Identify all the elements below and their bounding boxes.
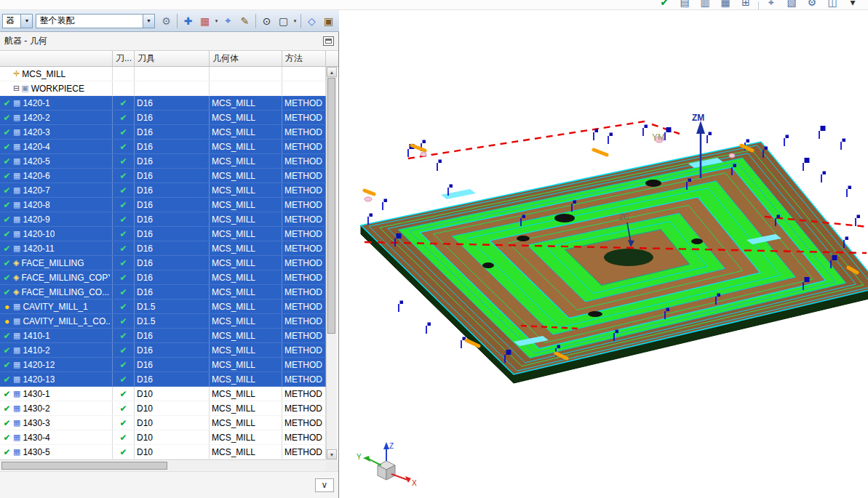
- cell-tool: D10: [135, 416, 210, 430]
- cell-toolpath: ✔: [113, 300, 135, 313]
- scroll-up-button[interactable]: ▲: [327, 67, 337, 77]
- datum-point-icon[interactable]: ⊙: [258, 12, 275, 30]
- table-row[interactable]: ✔ ▦ 1420-2 ✔ D16 MCS_MILL METHOD: [0, 111, 326, 125]
- table-row[interactable]: ✔ ▦ 1410-2 ✔ D16 MCS_MILL METHOD: [0, 343, 326, 358]
- cell-geometry: MCS_MILL: [210, 183, 282, 197]
- column-header-toolpath[interactable]: 刀...: [113, 51, 135, 66]
- table-row[interactable]: ✔ ▦ 1410-1 ✔ D16 MCS_MILL METHOD: [0, 329, 326, 343]
- column-header-method[interactable]: 方法: [282, 51, 326, 66]
- selection-box-icon[interactable]: ▢: [275, 12, 292, 30]
- row-check-icon: ✔: [2, 433, 12, 443]
- column-header-geometry[interactable]: 几何体: [210, 51, 282, 66]
- move-component-icon[interactable]: ⌖: [220, 12, 236, 30]
- cell-toolpath: ✔: [113, 256, 135, 270]
- table-row[interactable]: ✔ ▦ 1420-4 ✔ D16 MCS_MILL METHOD: [0, 140, 326, 154]
- table-row[interactable]: ✔ ▦ 1420-13 ✔ D16 MCS_MILL METHOD: [0, 372, 326, 387]
- scrollbar-track[interactable]: [327, 334, 337, 449]
- dropdown-arrow-icon[interactable]: ▾: [292, 18, 298, 24]
- cell-tool: D16: [135, 154, 210, 168]
- table-row[interactable]: ✔ ◈ FACE_MILLING_CO... ✔ D16 MCS_MILL ME…: [0, 285, 326, 300]
- shaded-view-icon[interactable]: ▣: [320, 12, 337, 30]
- assembly-constraints-icon[interactable]: ✎: [236, 12, 253, 30]
- toolpath-check-icon: ✔: [119, 331, 128, 341]
- more-options-icon[interactable]: ▾: [845, 0, 861, 10]
- table-row[interactable]: ✔ ▦ 1420-7 ✔ D16 MCS_MILL METHOD: [0, 183, 326, 198]
- row-name: 1420-6: [23, 171, 49, 181]
- cell-method: METHOD: [282, 169, 326, 182]
- toolbar-separator: [177, 14, 178, 28]
- cell-tool: D10: [135, 445, 210, 459]
- add-component-icon[interactable]: ✚: [180, 12, 196, 30]
- new-window-icon[interactable]: ⊞: [738, 0, 754, 10]
- maximize-window-icon[interactable]: ▤: [677, 0, 693, 10]
- toolpath-check-icon: ✔: [119, 316, 128, 326]
- window-layout-icon[interactable]: ▦: [717, 0, 733, 10]
- undock-panel-button[interactable]: [323, 36, 334, 46]
- table-row[interactable]: ✔ ▦ 1430-3 ✔ D10 MCS_MILL METHOD: [0, 416, 326, 430]
- dropdown-arrow-icon[interactable]: ▾: [213, 18, 220, 24]
- table-row[interactable]: ✔ ▦ 1420-12 ✔ D16 MCS_MILL METHOD: [0, 358, 326, 372]
- cell-method: [282, 67, 326, 81]
- filter-combo[interactable]: 器 ▼: [2, 14, 33, 28]
- table-row[interactable]: ✔ ▦ 1420-8 ✔ D16 MCS_MILL METHOD: [0, 198, 326, 212]
- table-row[interactable]: ✔ ▦ 1430-1 ✔ D10 MCS_MILL METHOD: [0, 387, 326, 401]
- table-row[interactable]: ✔ ▦ 1430-5 ✔ D10 MCS_MILL METHOD: [0, 445, 326, 459]
- table-row[interactable]: ✔ ▦ 1420-9 ✔ D16 MCS_MILL METHOD: [0, 212, 326, 227]
- toolpath-check-icon: ✔: [119, 185, 128, 196]
- expander-icon[interactable]: ⊟: [13, 84, 20, 93]
- information-icon[interactable]: ▧: [784, 0, 800, 10]
- scroll-down-button[interactable]: ▼: [327, 449, 337, 459]
- cell-tool: [135, 81, 210, 95]
- table-row[interactable]: ✔ ◈ FACE_MILLING_COPY ✔ D16 MCS_MILL MET…: [0, 270, 326, 285]
- row-name: 1410-1: [23, 331, 49, 341]
- vertical-scrollbar-thumb[interactable]: [327, 78, 335, 334]
- wireframe-view-icon[interactable]: ◇: [303, 12, 320, 30]
- table-row[interactable]: ✔ ▦ 1430-4 ✔ D10 MCS_MILL METHOD: [0, 430, 326, 445]
- table-row[interactable]: ✔ ▦ 1420-1 ✔ D16 MCS_MILL METHOD: [0, 96, 326, 111]
- table-row[interactable]: ⊟ ▣ WORKPIECE: [0, 81, 326, 96]
- side-by-side-view-icon[interactable]: ◫: [824, 0, 840, 10]
- cell-toolpath: ✔: [113, 445, 135, 459]
- cell-geometry: MCS_MILL: [210, 270, 282, 284]
- column-header-tool[interactable]: 刀具: [135, 51, 210, 66]
- cell-geometry: MCS_MILL: [210, 314, 282, 328]
- table-row[interactable]: ✔ ◈ FACE_MILLING ✔ D16 MCS_MILL METHOD: [0, 256, 326, 270]
- table-row[interactable]: ✔ ▦ 1420-6 ✔ D16 MCS_MILL METHOD: [0, 169, 326, 183]
- table-row[interactable]: ✔ ▦ 1420-5 ✔ D16 MCS_MILL METHOD: [0, 154, 326, 169]
- table-row[interactable]: ✛ MCS_MILL: [0, 67, 326, 81]
- cell-name: ✔ ▦ 1420-11: [0, 241, 113, 255]
- select-filter-icon[interactable]: ⌖: [763, 0, 779, 10]
- table-row[interactable]: ✔ ▦ 1420-10 ✔ D16 MCS_MILL METHOD: [0, 227, 326, 241]
- row-name: 1430-1: [23, 389, 49, 399]
- pattern-component-icon[interactable]: ▦: [196, 12, 213, 30]
- row-name: WORKPIECE: [31, 84, 84, 94]
- horizontal-scrollbar[interactable]: [0, 459, 326, 471]
- split-view-icon[interactable]: ▥: [697, 0, 713, 10]
- table-row[interactable]: ✔ ▦ 1430-2 ✔ D10 MCS_MILL METHOD: [0, 401, 326, 416]
- toolpath-check-icon: ✔: [119, 214, 128, 225]
- finish-icon[interactable]: ✔: [656, 0, 672, 10]
- cell-tool: D10: [135, 387, 210, 401]
- cell-toolpath: ✔: [113, 140, 135, 153]
- table-row[interactable]: ✔ ▦ 1420-3 ✔ D16 MCS_MILL METHOD: [0, 125, 326, 140]
- cell-toolpath: ✔: [113, 111, 135, 124]
- cell-tool: D16: [135, 241, 210, 255]
- chevron-down-icon[interactable]: ▼: [143, 15, 154, 28]
- column-header-name[interactable]: [0, 51, 113, 66]
- graphics-viewport[interactable]: ZM YM ZC Z X Y: [339, 10, 868, 498]
- row-name: 1420-3: [23, 127, 49, 137]
- row-check-icon: ✔: [2, 418, 12, 428]
- chevron-down-icon[interactable]: ▼: [20, 15, 32, 28]
- horizontal-scrollbar-thumb[interactable]: [1, 462, 167, 470]
- customize-icon[interactable]: ⚙: [804, 0, 820, 10]
- table-row[interactable]: ● ▦ CAVITY_MILL_1 ✔ D1.5 MCS_MILL METHOD: [0, 300, 326, 314]
- table-row[interactable]: ● ▦ CAVITY_MILL_1_CO... ✔ D1.5 MCS_MILL …: [0, 314, 326, 329]
- expand-navigator-button[interactable]: ∨: [315, 478, 334, 492]
- table-row[interactable]: ✔ ▦ 1420-11 ✔ D16 MCS_MILL METHOD: [0, 241, 326, 256]
- assembly-sequence-icon[interactable]: ⚙: [158, 12, 175, 30]
- orientation-triad[interactable]: Z X Y: [357, 442, 417, 487]
- navigator-title-bar: 航器 - 几何: [0, 32, 338, 51]
- assembly-scope-combo[interactable]: 整个装配 ▼: [36, 14, 155, 28]
- vertical-scrollbar[interactable]: ▲ ▼: [326, 67, 337, 459]
- cell-name: ✔ ▦ 1430-4: [0, 430, 113, 444]
